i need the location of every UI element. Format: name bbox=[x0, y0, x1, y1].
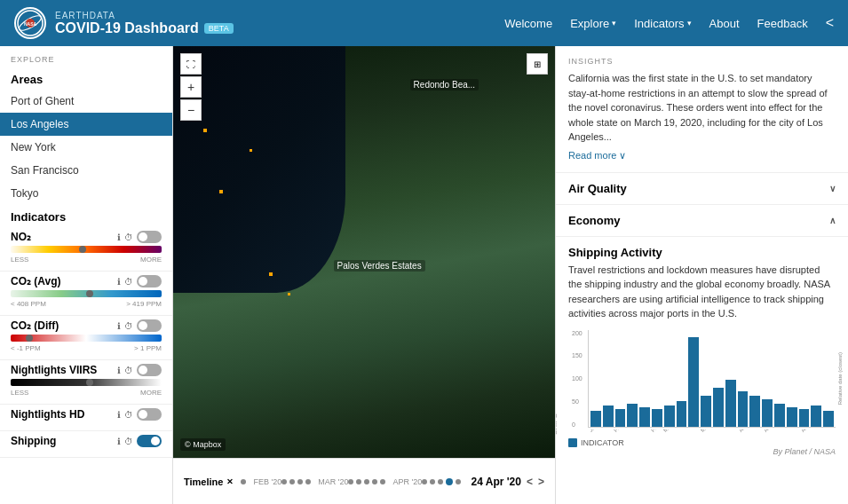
no2-gradient-labels: LESSMORE bbox=[11, 256, 162, 264]
nav-feedback[interactable]: Feedback bbox=[757, 17, 808, 30]
map-point-4 bbox=[269, 272, 273, 276]
indicator-no2: NO₂ ℹ ⏱ LESSMORE bbox=[0, 227, 172, 272]
indicators-heading: Indicators bbox=[0, 205, 172, 227]
city-label-redondo: Redondo Bea... bbox=[410, 79, 479, 91]
co2avg-toggle[interactable] bbox=[137, 275, 162, 287]
chart-x-label bbox=[750, 429, 762, 433]
nighthd-label: Nightlights HD bbox=[11, 408, 84, 421]
timeline-dot[interactable] bbox=[380, 479, 385, 484]
sidebar-item-tokyo[interactable]: Tokyo bbox=[0, 182, 172, 205]
timeline-dot[interactable] bbox=[297, 479, 303, 484]
nightviirs-gradient-labels: LESSMORE bbox=[11, 389, 162, 397]
nav-indicators[interactable]: Indicators ▾ bbox=[634, 17, 691, 30]
no2-info-icon[interactable]: ℹ bbox=[117, 232, 121, 242]
no2-thumb[interactable] bbox=[79, 246, 86, 253]
nightviirs-gradient-bar bbox=[11, 379, 162, 386]
chart-x-label bbox=[675, 429, 686, 433]
no2-label: NO₂ bbox=[11, 231, 31, 243]
nighthd-info-icon[interactable]: ℹ bbox=[117, 410, 121, 420]
nav-about[interactable]: About bbox=[709, 17, 740, 30]
timeline-dot[interactable] bbox=[438, 479, 443, 484]
shipping-toggle[interactable] bbox=[137, 435, 162, 447]
timeline-dot[interactable] bbox=[430, 479, 435, 484]
timeline-dot[interactable] bbox=[356, 479, 361, 484]
nav-share[interactable]: < bbox=[826, 15, 834, 31]
nav-welcome[interactable]: Welcome bbox=[504, 17, 552, 30]
chart-x-label bbox=[825, 429, 836, 433]
sidebar-item-port-of-ghent[interactable]: Port of Ghent bbox=[0, 90, 172, 113]
co2diff-thumb[interactable] bbox=[26, 335, 33, 342]
nav-explore[interactable]: Explore ▾ bbox=[570, 17, 616, 30]
chart-x-label bbox=[775, 429, 787, 433]
nighthd-toggle[interactable] bbox=[137, 408, 162, 421]
timeline-dot[interactable] bbox=[422, 479, 427, 484]
chart-x-label bbox=[725, 429, 737, 433]
timeline-dot[interactable] bbox=[241, 479, 246, 484]
timeline-next-button[interactable]: > bbox=[538, 476, 544, 488]
shipping-section: Shipping Activity Travel restrictions an… bbox=[556, 237, 848, 465]
timeline-dot[interactable] bbox=[305, 479, 311, 484]
chart-inner: 200 150 100 50 0 Relative date (closest) bbox=[588, 330, 836, 428]
co2avg-info-icon[interactable]: ℹ bbox=[117, 277, 121, 287]
zoom-in-button[interactable]: + bbox=[180, 76, 202, 98]
nasa-logo: NASA bbox=[14, 7, 46, 39]
co2diff-toggle[interactable] bbox=[137, 319, 162, 332]
chart-bar bbox=[774, 404, 785, 427]
beta-badge: BETA bbox=[204, 23, 234, 34]
chart-x-label: APR bbox=[800, 429, 812, 433]
chart-bar bbox=[590, 411, 601, 427]
chart-bars-area bbox=[588, 330, 836, 428]
timeline-dot[interactable] bbox=[289, 479, 295, 484]
economy-chevron-icon: ∧ bbox=[829, 216, 836, 225]
map-info-button[interactable]: ⊞ bbox=[527, 53, 548, 75]
header-left: NASA EARTHDATA COVID-19 Dashboard BETA bbox=[14, 7, 234, 39]
chart-legend: INDICATOR bbox=[568, 438, 836, 447]
accordion-economy-header[interactable]: Economy ∧ bbox=[556, 205, 848, 236]
nightviirs-thumb[interactable] bbox=[86, 379, 93, 386]
no2-clock-icon[interactable]: ⏱ bbox=[124, 232, 133, 242]
map-point-2 bbox=[219, 190, 223, 193]
no2-toggle[interactable] bbox=[137, 231, 162, 243]
brand-name: EARTHDATA bbox=[55, 11, 234, 20]
fullscreen-button[interactable]: ⛶ bbox=[180, 53, 202, 75]
chart-y-labels: 200 150 100 50 0 bbox=[572, 330, 583, 428]
timeline-dot[interactable] bbox=[281, 479, 287, 484]
timeline-close-button[interactable]: ✕ bbox=[226, 477, 234, 486]
shipping-title: Shipping Activity bbox=[556, 237, 848, 263]
timeline-track[interactable]: FEB '20 MAR '20 APR '20 bbox=[241, 468, 464, 496]
nightviirs-clock-icon[interactable]: ⏱ bbox=[124, 366, 133, 375]
chart-bar bbox=[627, 404, 638, 427]
chart-x-label bbox=[788, 429, 799, 433]
shipping-info-icon[interactable]: ℹ bbox=[117, 437, 121, 446]
co2diff-clock-icon[interactable]: ⏱ bbox=[124, 321, 133, 331]
accordion-air-quality-header[interactable]: Air Quality ∨ bbox=[556, 173, 848, 204]
timeline-dot[interactable] bbox=[456, 479, 461, 484]
co2avg-clock-icon[interactable]: ⏱ bbox=[124, 277, 133, 287]
read-more-button[interactable]: Read more ∨ bbox=[568, 150, 836, 161]
sidebar-item-san-francisco[interactable]: San Francisco bbox=[0, 159, 172, 182]
timeline-dot[interactable] bbox=[364, 479, 369, 484]
chart-bar bbox=[787, 407, 797, 427]
chart-bar bbox=[603, 406, 614, 427]
no2-gradient-bar bbox=[11, 246, 162, 253]
sidebar-item-los-angeles[interactable]: Los Angeles bbox=[0, 113, 172, 136]
co2avg-thumb[interactable] bbox=[86, 290, 93, 297]
timeline-prev-button[interactable]: < bbox=[527, 476, 533, 488]
nighthd-clock-icon[interactable]: ⏱ bbox=[124, 410, 133, 420]
map-controls: ⛶ + − bbox=[180, 53, 202, 121]
timeline-label: Timeline ✕ bbox=[184, 476, 234, 487]
chart-x-label: APR bbox=[738, 429, 749, 433]
nightviirs-info-icon[interactable]: ℹ bbox=[117, 366, 121, 375]
timeline-feb-label: FEB '20 bbox=[253, 477, 281, 486]
co2diff-info-icon[interactable]: ℹ bbox=[117, 321, 121, 331]
timeline-dot[interactable] bbox=[348, 479, 353, 484]
zoom-out-button[interactable]: − bbox=[180, 99, 202, 121]
shipping-clock-icon[interactable]: ⏱ bbox=[124, 437, 133, 446]
timeline-dot[interactable] bbox=[372, 479, 377, 484]
timeline-dot-active[interactable] bbox=[446, 478, 453, 485]
legend-dot-icon bbox=[568, 438, 577, 447]
chart-x-labels: JANFEBFEBMARMARAPRAPRAPR bbox=[588, 429, 836, 435]
chart-x-label: FEB bbox=[613, 429, 624, 433]
sidebar-item-new-york[interactable]: New York bbox=[0, 136, 172, 159]
nightviirs-toggle[interactable] bbox=[137, 364, 162, 376]
